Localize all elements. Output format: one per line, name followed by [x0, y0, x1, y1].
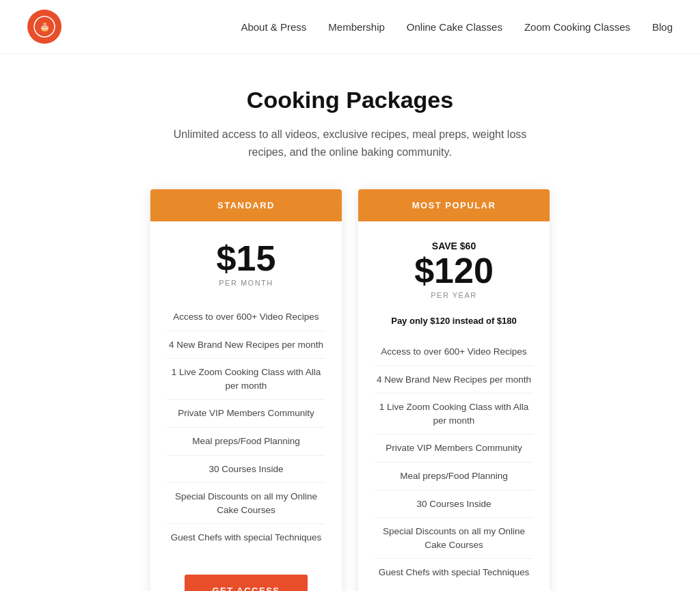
standard-get-access-button[interactable]: GET ACCESS [185, 575, 307, 591]
list-item: 1 Live Zoom Cooking Class with Alla per … [375, 394, 533, 435]
card-standard-body: $15 PER MONTH Access to over 600+ Video … [150, 221, 342, 591]
standard-price: $15 [167, 240, 325, 276]
list-item: 4 New Brand New Recipes per month [167, 331, 325, 359]
card-popular-body: SAVE $60 $120 PER YEAR Pay only $120 ins… [358, 221, 550, 591]
list-item: Guest Chefs with special Techniques [167, 524, 325, 551]
standard-period: PER MONTH [167, 279, 325, 287]
card-standard: STANDARD $15 PER MONTH Access to over 60… [150, 189, 342, 591]
list-item: Meal preps/Food Planning [375, 463, 533, 491]
nav-online-cake-classes[interactable]: Online Cake Classes [407, 21, 502, 33]
card-popular-header: MOST POPULAR [358, 189, 550, 221]
list-item: Private VIP Members Community [375, 435, 533, 463]
popular-save-label: SAVE $60 [375, 240, 533, 251]
list-item: 30 Courses Inside [375, 491, 533, 519]
list-item: Private VIP Members Community [167, 400, 325, 428]
list-item: 4 New Brand New Recipes per month [375, 366, 533, 394]
nav-about-press[interactable]: About & Press [241, 21, 306, 33]
svg-text:🎂: 🎂 [40, 21, 50, 31]
nav-blog[interactable]: Blog [652, 21, 673, 33]
list-item: Special Discounts on all my Online Cake … [167, 483, 325, 524]
list-item: 30 Courses Inside [167, 456, 325, 484]
nav-zoom-cooking-classes[interactable]: Zoom Cooking Classes [524, 21, 630, 33]
list-item: Access to over 600+ Video Recipes [167, 303, 325, 331]
card-popular: MOST POPULAR SAVE $60 $120 PER YEAR Pay … [358, 189, 550, 591]
popular-features: Access to over 600+ Video Recipes 4 New … [375, 338, 533, 586]
popular-pay-only: Pay only $120 instead of $180 [375, 316, 533, 326]
standard-features: Access to over 600+ Video Recipes 4 New … [167, 303, 325, 551]
page-subtitle: Unlimited access to all videos, exclusiv… [159, 126, 541, 161]
pricing-cards: STANDARD $15 PER MONTH Access to over 60… [70, 189, 630, 591]
card-standard-header: STANDARD [150, 189, 342, 221]
list-item: Special Discounts on all my Online Cake … [375, 518, 533, 559]
list-item: Meal preps/Food Planning [167, 428, 325, 456]
main-nav: About & Press Membership Online Cake Cla… [241, 21, 673, 33]
popular-period: PER YEAR [375, 291, 533, 299]
list-item: Access to over 600+ Video Recipes [375, 338, 533, 366]
site-header: 🎂 About & Press Membership Online Cake C… [0, 0, 700, 54]
site-logo: 🎂 [27, 10, 62, 44]
popular-price: $120 [375, 253, 533, 288]
page-title: Cooking Packages [70, 87, 630, 113]
main-content: Cooking Packages Unlimited access to all… [56, 54, 644, 591]
list-item: 1 Live Zoom Cooking Class with Alla per … [167, 359, 325, 400]
nav-membership[interactable]: Membership [328, 21, 385, 33]
list-item: Guest Chefs with special Techniques [375, 559, 533, 586]
